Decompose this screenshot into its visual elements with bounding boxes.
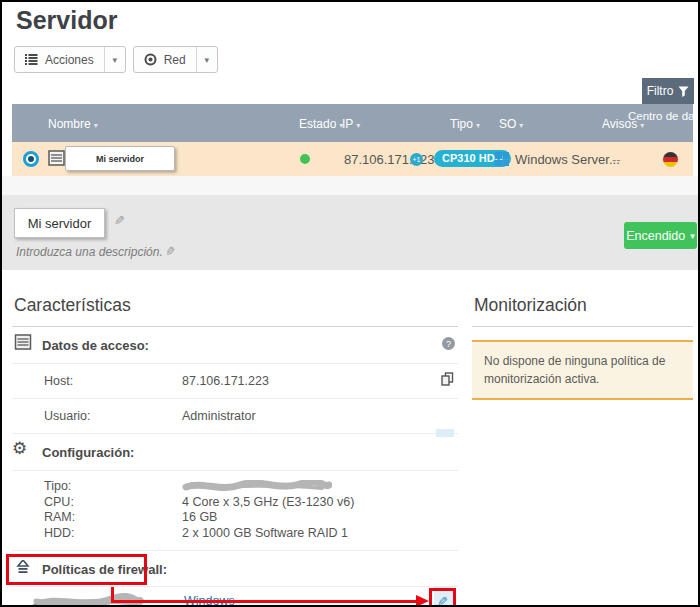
firewall-section-header: Políticas de firewall: xyxy=(12,551,458,587)
config-label: Tipo: xyxy=(44,479,182,495)
caret-down-icon: ▾ xyxy=(112,55,117,65)
sort-caret-icon: ▾ xyxy=(476,121,480,130)
filter-button[interactable]: Filtro xyxy=(642,78,694,104)
features-heading: Características xyxy=(12,293,458,327)
server-icon xyxy=(14,334,32,350)
firewall-rows: Windows ✎ 2001:8d8:1801:837a::1 Windows … xyxy=(12,587,458,607)
server-table-row[interactable]: Mi servidor 87.106.171.223 +1 CP310 HDD … xyxy=(12,142,693,176)
configuration-title: Configuración: xyxy=(42,445,134,460)
config-row-hdd: HDD: 2 x 1000 GB Software RAID 1 xyxy=(44,526,458,542)
windows-logo-icon xyxy=(495,152,509,166)
annotation-arrow-segment xyxy=(111,600,417,603)
user-row: Usuario: Administrator xyxy=(12,399,458,434)
server-icon xyxy=(48,150,65,166)
monitoring-empty-warning: No dispone de ninguna política de monito… xyxy=(472,340,693,400)
caret-down-icon: ▾ xyxy=(690,231,695,241)
user-value: Administrator xyxy=(182,409,256,423)
config-label: CPU: xyxy=(44,495,182,511)
sort-caret-icon: ▾ xyxy=(94,121,98,130)
access-data-title: Datos de acceso: xyxy=(42,338,149,353)
edit-name-pencil-icon[interactable]: ✎ xyxy=(114,213,125,228)
config-value: 4 Core x 3,5 GHz (E3-1230 v6) xyxy=(182,495,354,511)
copy-icon[interactable] xyxy=(441,372,454,386)
globe-icon xyxy=(144,53,157,66)
firewall-row: Windows ✎ xyxy=(12,587,458,607)
actions-dropdown-button[interactable]: ▾ xyxy=(105,47,125,72)
monitoring-empty-message: No dispone de ninguna política de monito… xyxy=(484,354,665,386)
network-dropdown-button[interactable]: ▾ xyxy=(197,47,217,72)
annotation-red-box-firewall-title xyxy=(6,554,147,585)
host-row: Host: 87.106.171.223 xyxy=(12,364,458,399)
config-row-ram: RAM: 16 GB xyxy=(44,510,458,526)
server-name-patch: Mi servidor xyxy=(65,146,175,171)
column-header-datacenter[interactable]: Centro de datos▾ xyxy=(628,110,688,124)
status-online-dot xyxy=(300,154,310,164)
config-value: 2 x 1000 GB Software RAID 1 xyxy=(182,526,348,542)
column-header-os[interactable]: SO▾ xyxy=(499,117,523,131)
configuration-rows: Tipo: CPU: 4 Core x 3,5 GHz (E3-1230 v6)… xyxy=(12,471,458,551)
annotation-arrow-head xyxy=(416,595,429,607)
user-label: Usuario: xyxy=(44,409,182,423)
config-row-cpu: CPU: 4 Core x 3,5 GHz (E3-1230 v6) xyxy=(44,495,458,511)
help-icon[interactable]: ? xyxy=(442,337,455,350)
network-button-label: Red xyxy=(164,53,186,67)
network-split-button: Red ▾ xyxy=(133,46,218,73)
network-button[interactable]: Red xyxy=(134,47,197,72)
description-placeholder[interactable]: Introduzca una descripción. ✎ xyxy=(16,244,177,259)
extra-ip-badge[interactable]: +1 xyxy=(410,153,423,166)
row-radio-selected[interactable] xyxy=(23,151,39,167)
actions-button-label: Acciones xyxy=(45,53,94,67)
access-data-section-header: Datos de acceso: ? xyxy=(12,327,458,364)
row-os-value: Windows Server... xyxy=(515,152,620,167)
column-header-status[interactable]: Estado▾ xyxy=(299,117,343,131)
actions-split-button: Acciones ▾ xyxy=(14,46,126,73)
server-name: Mi servidor xyxy=(96,154,144,164)
actions-button[interactable]: Acciones xyxy=(15,47,105,72)
power-state-button[interactable]: Encendido ▾ xyxy=(624,222,697,249)
toolbar: Acciones ▾ Red ▾ xyxy=(14,46,218,73)
config-row-type: Tipo: xyxy=(44,479,458,495)
column-header-ip[interactable]: IP▾ xyxy=(342,117,360,131)
sort-caret-icon: ▾ xyxy=(356,121,360,130)
monitoring-column: Monitorización No dispone de ninguna pol… xyxy=(472,293,693,400)
host-value: 87.106.171.223 xyxy=(182,374,269,388)
filter-button-label: Filtro xyxy=(647,84,674,98)
host-label: Host: xyxy=(44,374,182,388)
annotation-red-box-edit-icon xyxy=(429,588,456,607)
server-name-label: Mi servidor xyxy=(28,216,92,231)
server-admin-page: Servidor Acciones ▾ Red xyxy=(0,0,700,607)
germany-flag-icon xyxy=(663,152,678,167)
caret-down-icon: ▾ xyxy=(204,55,209,65)
funnel-icon xyxy=(678,86,689,97)
configuration-section-header: ⚙ Configuración: xyxy=(12,434,458,471)
list-icon xyxy=(25,54,38,65)
gear-icon: ⚙ xyxy=(12,438,27,459)
features-column: Características Datos de acceso: ? Host:… xyxy=(12,293,458,607)
config-value: 16 GB xyxy=(182,510,217,526)
server-detail-header: Mi servidor ✎ Introduzca una descripción… xyxy=(2,195,698,270)
redacted-scribble xyxy=(182,479,332,495)
divider-strip xyxy=(2,176,698,195)
power-state-label: Encendido xyxy=(626,229,685,243)
server-name-patch: Mi servidor xyxy=(14,208,105,238)
monitoring-heading: Monitorización xyxy=(472,293,693,327)
table-header: Nombre▾ Estado▾ IP▾ Tipo▾ SO▾ Avisos▾ Ce… xyxy=(12,104,693,142)
column-header-name[interactable]: Nombre▾ xyxy=(48,117,98,131)
config-label: HDD: xyxy=(44,526,182,542)
page-title: Servidor xyxy=(16,6,117,35)
sort-caret-icon: ▾ xyxy=(519,121,523,130)
edit-description-pencil-icon: ✎ xyxy=(166,244,177,259)
column-header-type[interactable]: Tipo▾ xyxy=(450,117,480,131)
config-label: RAM: xyxy=(44,510,182,526)
row-alerts-value: -- xyxy=(612,152,621,167)
